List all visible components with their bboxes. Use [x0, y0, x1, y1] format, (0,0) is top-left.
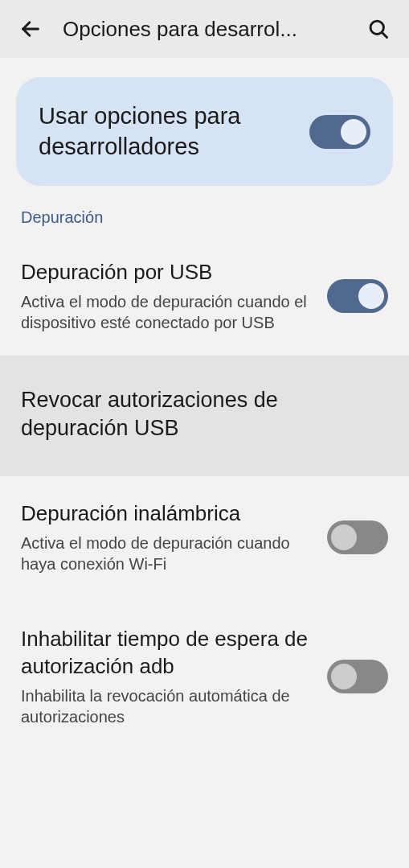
back-button[interactable]: [14, 13, 47, 45]
disable-adb-timeout-item[interactable]: Inhabilitar tiempo de espera de autoriza…: [0, 599, 409, 735]
master-toggle-switch[interactable]: [309, 115, 370, 149]
usb-debugging-desc: Activa el modo de depuración cuando el d…: [21, 291, 314, 333]
revoke-usb-auth-item[interactable]: Revocar autorizaciones de depuración USB: [0, 356, 409, 476]
wireless-debugging-desc: Activa el modo de depuración cuando haya…: [21, 533, 314, 574]
section-header-debugging: Depuración: [0, 195, 409, 235]
toggle-knob: [358, 283, 384, 309]
usb-debugging-title: Depuración por USB: [21, 259, 314, 286]
disable-adb-timeout-toggle[interactable]: [327, 660, 388, 693]
page-title: Opciones para desarrol...: [63, 17, 362, 42]
developer-options-master-toggle[interactable]: Usar opciones para desarrolladores: [16, 77, 393, 186]
revoke-usb-auth-title: Revocar autorizaciones de depuración USB: [21, 386, 375, 442]
app-header: Opciones para desarrol...: [0, 0, 409, 58]
usb-debugging-item[interactable]: Depuración por USB Activa el modo de dep…: [0, 235, 409, 356]
toggle-knob: [331, 525, 357, 550]
setting-text-block: Revocar autorizaciones de depuración USB: [21, 386, 388, 442]
search-button[interactable]: [362, 13, 395, 45]
svg-line-2: [382, 32, 387, 37]
setting-text-block: Inhabilitar tiempo de espera de autoriza…: [21, 626, 327, 727]
search-icon: [367, 18, 390, 40]
wireless-debugging-item[interactable]: Depuración inalámbrica Activa el modo de…: [0, 476, 409, 599]
toggle-knob: [341, 119, 366, 145]
toggle-knob: [331, 664, 357, 689]
master-toggle-label: Usar opciones para desarrolladores: [39, 101, 309, 162]
wireless-debugging-toggle[interactable]: [327, 520, 388, 554]
setting-text-block: Depuración por USB Activa el modo de dep…: [21, 259, 327, 333]
usb-debugging-toggle[interactable]: [327, 279, 388, 313]
setting-text-block: Depuración inalámbrica Activa el modo de…: [21, 500, 327, 574]
wireless-debugging-title: Depuración inalámbrica: [21, 500, 314, 528]
back-arrow-icon: [19, 18, 42, 40]
disable-adb-timeout-title: Inhabilitar tiempo de espera de autoriza…: [21, 626, 314, 681]
disable-adb-timeout-desc: Inhabilita la revocación automática de a…: [21, 685, 314, 727]
